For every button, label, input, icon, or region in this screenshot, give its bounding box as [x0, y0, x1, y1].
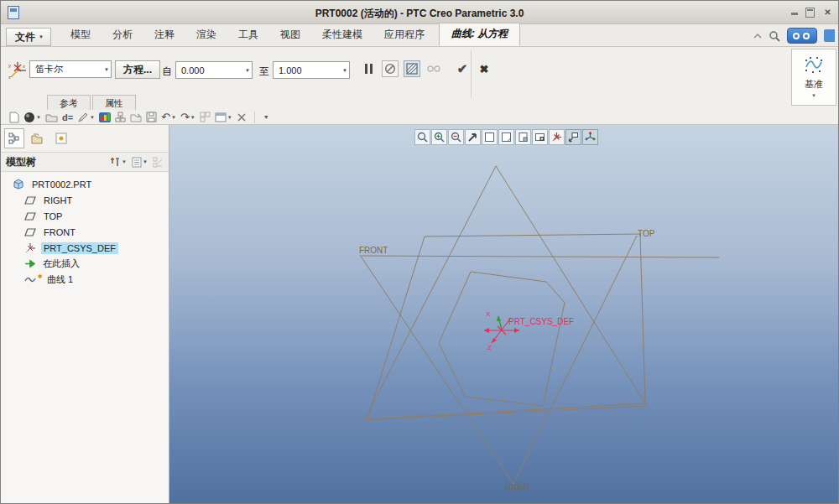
- tree-item-right[interactable]: RIGHT: [1, 192, 169, 208]
- datum-group[interactable]: 基准 ▼: [791, 49, 836, 106]
- graphics-area[interactable]: FRONT TOP RIGHT X Z PRT_CSYS_DEF: [169, 125, 838, 503]
- tree-item-curve1[interactable]: ✱ 曲线 1: [1, 272, 169, 288]
- right-plane-label: RIGHT: [505, 483, 531, 492]
- creo-window: PRT0002 (活动的) - PTC Creo Parametric 3.0 …: [0, 0, 839, 504]
- regenerate-icon[interactable]: [99, 111, 111, 124]
- tree-item-part[interactable]: PRT0002.PRT: [1, 176, 169, 192]
- datum-plane-top-outline[interactable]: [367, 234, 645, 419]
- csys-icon: [24, 242, 36, 253]
- chevron-down-icon: ▼: [342, 68, 347, 73]
- to-value-input[interactable]: 1.000 ▼: [273, 61, 350, 79]
- model-tree-header: 模型树 ▼ ▼: [1, 152, 169, 172]
- preview-geometry-button[interactable]: [404, 60, 420, 77]
- tab-curve-from-equation[interactable]: 曲线: 从方程: [439, 23, 520, 46]
- tab-model[interactable]: 模型: [60, 24, 102, 46]
- component-stack-icon[interactable]: [115, 111, 126, 124]
- svg-text:z: z: [8, 75, 11, 80]
- tree-item-insert-here[interactable]: 在此插入: [1, 256, 169, 272]
- chevron-down-icon: ▼: [39, 34, 44, 39]
- tab-favorites[interactable]: [51, 128, 71, 148]
- minimize-ribbon-icon[interactable]: [753, 34, 762, 39]
- pause-button[interactable]: [360, 60, 377, 77]
- search-icon[interactable]: [769, 30, 780, 42]
- no-preview-button[interactable]: [382, 60, 399, 77]
- curve-icon: [24, 276, 36, 283]
- axis-z-label: Z: [487, 344, 492, 351]
- restore-button[interactable]: [805, 8, 815, 18]
- collaboration-badge[interactable]: [824, 29, 835, 42]
- from-label: 自: [162, 65, 172, 79]
- tab-render[interactable]: 渲染: [185, 24, 227, 46]
- model-viewport: FRONT TOP RIGHT X Z PRT_CSYS_DEF: [169, 125, 839, 504]
- tab-view[interactable]: 视图: [269, 24, 311, 46]
- folder-arrow-icon[interactable]: [130, 111, 142, 124]
- tab-analysis[interactable]: 分析: [102, 24, 143, 46]
- tab-annotate[interactable]: 注释: [143, 24, 185, 46]
- tab-folder-browser[interactable]: [28, 128, 48, 148]
- equation-button[interactable]: 方程...: [115, 60, 160, 79]
- windows-icon[interactable]: ▼: [215, 111, 232, 124]
- minimize-button[interactable]: [791, 8, 798, 15]
- model-tree: PRT0002.PRT RIGHT TOP FRONT PRT_CSYS_DEF…: [1, 173, 169, 503]
- undo-icon[interactable]: ↶▼: [161, 111, 176, 124]
- ribbon-tab-bar: 文件▼ 模型 分析 注释 渲染 工具 视图 柔性建模 应用程序 曲线: 从方程: [1, 24, 838, 47]
- tab-flexible-modeling[interactable]: 柔性建模: [311, 24, 373, 46]
- datum-group-label: 基准: [805, 78, 823, 91]
- top-plane-label: TOP: [638, 229, 655, 238]
- csys-label: PRT_CSYS_DEF: [508, 317, 574, 326]
- coordinate-system-icon: yxz: [8, 60, 28, 81]
- front-plane-label: FRONT: [359, 246, 388, 255]
- curve-triangle-down[interactable]: [360, 236, 637, 484]
- pencil-icon[interactable]: ▼: [77, 111, 95, 124]
- title-bar: PRT0002 (活动的) - PTC Creo Parametric 3.0 …: [1, 1, 838, 24]
- svg-text:x: x: [23, 64, 25, 69]
- svg-text:y: y: [8, 63, 11, 68]
- chevron-down-icon: ▼: [245, 68, 250, 73]
- glasses-preview-button[interactable]: [425, 60, 442, 77]
- creo-logo-button[interactable]: [787, 28, 817, 44]
- close-button[interactable]: ✕: [822, 8, 833, 18]
- chevron-down-icon: ▼: [811, 93, 816, 98]
- tree-tools-icon[interactable]: ▼: [110, 155, 127, 169]
- sphere-icon[interactable]: ▼: [23, 111, 41, 124]
- quick-access-toolbar: ▼ d= ▼ ↶▼ ↷▼ ▼ ▼: [1, 110, 838, 125]
- tree-item-top[interactable]: TOP: [1, 208, 169, 224]
- datum-plane-front-outline[interactable]: [362, 256, 719, 257]
- axis-x-label: X: [486, 310, 491, 318]
- curve-hexagon[interactable]: [439, 272, 565, 406]
- datum-plane-icon: [24, 212, 36, 221]
- window-title: PRT0002 (活动的) - PTC Creo Parametric 3.0: [1, 7, 838, 21]
- from-value-input[interactable]: 0.000 ▼: [175, 61, 253, 79]
- tree-columns-icon[interactable]: [153, 155, 164, 169]
- new-file-icon[interactable]: [9, 111, 19, 124]
- model-tree-title: 模型树: [6, 155, 36, 169]
- layers-icon[interactable]: [200, 111, 211, 124]
- cancel-button[interactable]: ✖: [476, 60, 492, 77]
- toolbar-overflow-icon[interactable]: ▼: [263, 111, 269, 124]
- open-folder-icon[interactable]: [45, 111, 58, 124]
- navigator-panel: 模型树 ▼ ▼ PRT0002.PRT RIGHT TOP FRONT: [1, 125, 169, 503]
- tree-item-front[interactable]: FRONT: [1, 224, 169, 240]
- chevron-down-icon: ▼: [104, 67, 109, 72]
- datum-curve-icon: [803, 54, 825, 75]
- tree-filters-icon[interactable]: ▼: [132, 155, 148, 169]
- coordinate-type-select[interactable]: 笛卡尔 ▼: [29, 60, 112, 78]
- part-icon: [13, 179, 24, 190]
- accept-button[interactable]: ✔: [454, 60, 471, 77]
- datum-plane-icon: [24, 228, 36, 236]
- csys-marker[interactable]: X Z PRT_CSYS_DEF: [484, 310, 574, 351]
- datum-plane-icon: [24, 196, 36, 205]
- to-label: 至: [259, 65, 269, 79]
- tab-applications[interactable]: 应用程序: [373, 24, 435, 46]
- parameters-icon[interactable]: d=: [62, 111, 73, 124]
- save-icon[interactable]: [146, 111, 157, 124]
- close-window-icon[interactable]: [237, 111, 247, 124]
- tab-model-tree[interactable]: [4, 128, 24, 148]
- tree-item-csys[interactable]: PRT_CSYS_DEF: [1, 240, 169, 256]
- redo-icon[interactable]: ↷▼: [180, 111, 195, 124]
- tab-file[interactable]: 文件▼: [6, 28, 51, 46]
- tab-tools[interactable]: 工具: [227, 24, 269, 46]
- insert-here-icon: [24, 259, 35, 268]
- regenerate-flag-icon: ✱: [38, 273, 43, 280]
